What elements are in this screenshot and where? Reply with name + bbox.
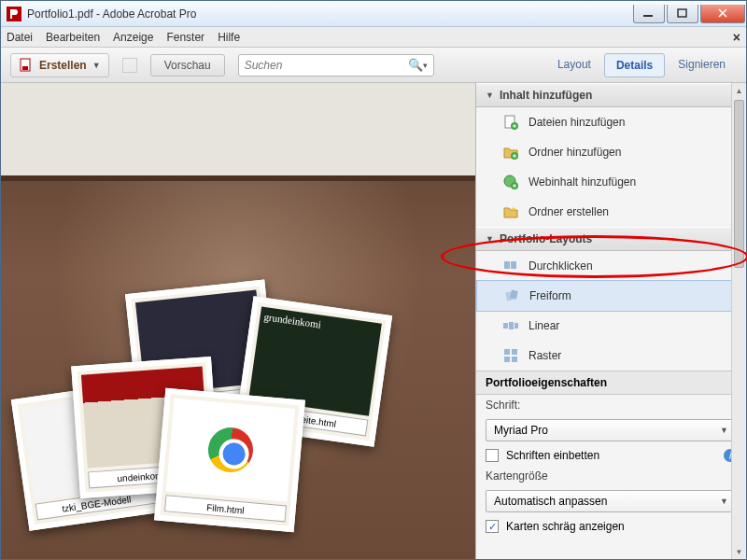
embed-fonts-label: Schriften einbetten xyxy=(506,449,599,462)
svg-rect-17 xyxy=(504,349,510,355)
chevron-down-icon: ▼ xyxy=(720,497,728,506)
clickthrough-icon xyxy=(502,258,519,274)
panel-scrollbar[interactable]: ▲ ▼ xyxy=(731,83,746,559)
svg-rect-2 xyxy=(678,9,686,17)
maximize-button[interactable] xyxy=(667,5,698,23)
svg-rect-16 xyxy=(514,323,518,329)
close-button[interactable] xyxy=(700,5,745,23)
portfolio-canvas[interactable]: tzki_BGE-Modell Clip undeinkommen Websei… xyxy=(1,83,475,559)
menu-hilfe[interactable]: Hilfe xyxy=(218,31,240,44)
preview-label: Vorschau xyxy=(164,59,211,72)
tab-layout[interactable]: Layout xyxy=(546,53,602,77)
collapse-icon: ▼ xyxy=(486,234,494,244)
svg-rect-13 xyxy=(510,289,518,299)
collapse-icon: ▼ xyxy=(486,91,494,100)
tilt-cards-label: Karten schräg anzeigen xyxy=(506,520,625,533)
svg-rect-10 xyxy=(504,261,510,269)
tab-sign[interactable]: Signieren xyxy=(667,53,737,77)
embed-fonts-checkbox[interactable] xyxy=(486,449,499,462)
add-files[interactable]: Dateien hinzufügen xyxy=(476,107,746,137)
layout-grid[interactable]: Raster xyxy=(476,341,746,371)
toolbar: Erstellen ▼ Vorschau 🔍 ▾ Layout Details … xyxy=(1,48,746,83)
linear-icon xyxy=(502,317,519,334)
create-folder[interactable]: Ordner erstellen xyxy=(476,197,746,227)
file-add-icon xyxy=(502,114,519,131)
create-button[interactable]: Erstellen ▼ xyxy=(10,53,109,77)
menu-fenster[interactable]: Fenster xyxy=(166,31,204,44)
create-label: Erstellen xyxy=(39,59,87,72)
tilt-cards-checkbox[interactable] xyxy=(486,520,499,533)
chevron-down-icon: ▼ xyxy=(720,426,728,435)
layout-freeform[interactable]: Freiform xyxy=(476,280,746,312)
svg-rect-14 xyxy=(503,323,508,329)
layout-clickthrough[interactable]: Durchklicken xyxy=(476,251,746,281)
preview-button[interactable]: Vorschau xyxy=(150,54,225,77)
binoculars-icon[interactable]: 🔍 xyxy=(408,58,423,72)
font-dropdown[interactable]: Myriad Pro ▼ xyxy=(486,419,737,441)
search-chevron-icon[interactable]: ▾ xyxy=(423,61,428,70)
menu-datei[interactable]: Datei xyxy=(7,31,33,44)
scroll-thumb[interactable] xyxy=(734,100,744,268)
options-dropdown-icon[interactable] xyxy=(122,58,137,73)
svg-rect-4 xyxy=(22,66,28,70)
menubar: Datei Bearbeiten Anzeige Fenster Hilfe × xyxy=(1,27,746,48)
menu-bearbeiten[interactable]: Bearbeiten xyxy=(46,31,100,44)
card-size-dropdown[interactable]: Automatisch anpassen ▼ xyxy=(486,490,737,512)
svg-rect-20 xyxy=(512,357,517,362)
globe-add-icon xyxy=(502,174,519,190)
titlebar: Portfolio1.pdf - Adobe Acrobat Pro xyxy=(1,1,746,27)
section-add-content[interactable]: ▼ Inhalt hinzufügen xyxy=(476,83,746,107)
close-document-icon[interactable]: × xyxy=(733,30,740,45)
svg-rect-15 xyxy=(509,322,514,329)
layout-linear[interactable]: Linear xyxy=(476,311,746,341)
folder-add-icon xyxy=(502,144,519,161)
section-portfolio-layouts[interactable]: ▼ Portfolio-Layouts xyxy=(476,227,746,251)
portfolio-card[interactable]: Film.html xyxy=(154,388,305,533)
portfolio-properties-header: Portfolioeigenschaften xyxy=(476,371,746,395)
card-size-label: Kartengröße xyxy=(486,469,548,483)
search-input[interactable] xyxy=(245,59,408,72)
menu-anzeige[interactable]: Anzeige xyxy=(113,31,153,44)
chrome-icon xyxy=(206,426,255,474)
scroll-down-icon[interactable]: ▼ xyxy=(732,544,746,559)
minimize-button[interactable] xyxy=(633,5,665,23)
add-folder[interactable]: Ordner hinzufügen xyxy=(476,137,746,167)
chevron-down-icon: ▼ xyxy=(92,61,101,70)
add-web-content[interactable]: Webinhalt hinzufügen xyxy=(476,167,746,197)
freeform-icon xyxy=(503,287,520,304)
window-title: Portfolio1.pdf - Adobe Acrobat Pro xyxy=(27,7,632,21)
scroll-up-icon[interactable]: ▲ xyxy=(732,83,746,98)
font-label: Schrift: xyxy=(486,399,520,412)
svg-rect-11 xyxy=(511,261,516,269)
grid-icon xyxy=(502,347,519,364)
svg-rect-18 xyxy=(512,349,517,355)
side-panel: ▼ Inhalt hinzufügen Dateien hinzufügen O… xyxy=(475,83,746,559)
tab-details[interactable]: Details xyxy=(604,53,665,77)
folder-new-icon xyxy=(502,203,519,220)
search-box[interactable]: 🔍 ▾ xyxy=(238,54,434,77)
acrobat-icon xyxy=(7,7,21,21)
svg-rect-1 xyxy=(643,15,653,17)
svg-rect-19 xyxy=(504,357,510,362)
